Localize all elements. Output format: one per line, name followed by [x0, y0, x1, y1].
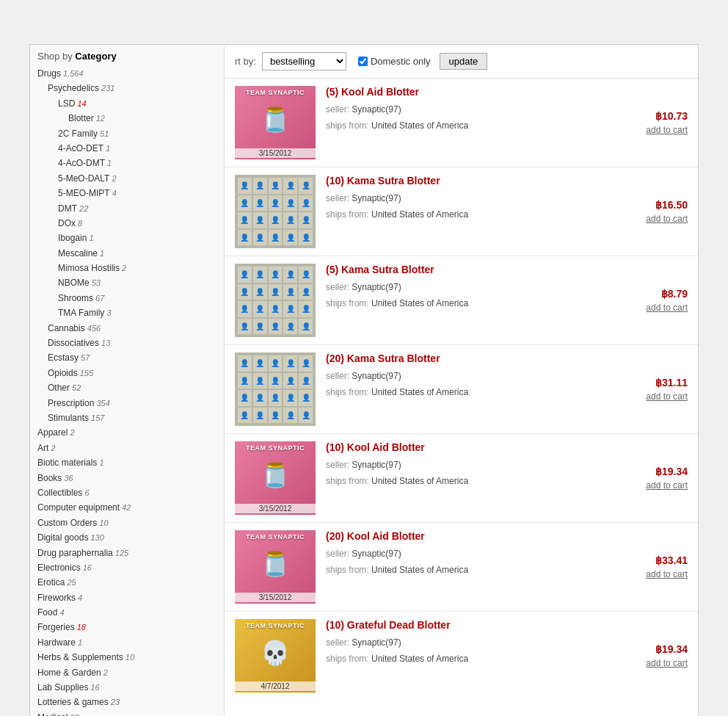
seller-name[interactable]: Synaptic(97) — [352, 104, 401, 115]
cat-item[interactable]: Drugs 1,564 — [37, 66, 216, 81]
cat-link[interactable]: 4-AcO-DMT — [58, 158, 105, 168]
cat-item[interactable]: Digital goods 130 — [37, 530, 216, 545]
cat-item[interactable]: Medical 23 — [37, 710, 216, 716]
cat-item[interactable]: Computer equipment 42 — [37, 500, 216, 515]
cat-link[interactable]: Dissociatives — [48, 338, 99, 348]
cat-item[interactable]: Shrooms 67 — [37, 291, 216, 305]
cat-item[interactable]: Art 2 — [37, 441, 216, 455]
product-title-link[interactable]: (5) Kama Sutra Blotter — [326, 264, 434, 275]
product-title[interactable]: (5) Kama Sutra Blotter — [326, 264, 604, 275]
cat-link[interactable]: Biotic materials — [37, 458, 97, 468]
cat-item[interactable]: TMA Family 3 — [37, 305, 216, 320]
cat-item[interactable]: Psychedelics 231 — [37, 81, 216, 95]
product-title-link[interactable]: (20) Kool Aid Blotter — [326, 530, 425, 542]
cat-item[interactable]: Home & Garden 2 — [37, 665, 216, 680]
cat-link[interactable]: Other — [48, 383, 70, 393]
cat-item[interactable]: 5-MeO-DALT 2 — [37, 171, 216, 186]
cat-link[interactable]: Custom Orders — [37, 518, 97, 528]
cat-link[interactable]: Cannabis — [48, 323, 85, 333]
product-title-link[interactable]: (10) Kama Sutra Blotter — [326, 175, 440, 187]
cat-link[interactable]: Home & Garden — [37, 668, 101, 678]
cat-link[interactable]: 5-MEO-MIPT — [58, 188, 110, 198]
add-to-cart-button[interactable]: add to cart — [646, 125, 688, 135]
cat-link[interactable]: Digital goods — [37, 532, 88, 543]
cat-link[interactable]: DOx — [58, 218, 76, 228]
cat-item[interactable]: Cannabis 456 — [37, 321, 216, 336]
cat-link[interactable]: DMT — [58, 203, 77, 214]
cat-item[interactable]: DMT 22 — [37, 201, 216, 216]
seller-name[interactable]: Synaptic(97) — [352, 371, 401, 381]
product-title[interactable]: (20) Kama Sutra Blotter — [326, 352, 604, 364]
cat-link[interactable]: Erotica — [37, 577, 65, 587]
add-to-cart-button[interactable]: add to cart — [646, 303, 688, 313]
product-title-link[interactable]: (10) Grateful Dead Blotter — [326, 619, 451, 631]
cat-link[interactable]: Opioids — [48, 368, 78, 378]
cat-link[interactable]: Apparel — [37, 427, 68, 438]
cat-item[interactable]: 4-AcO-DET 1 — [37, 141, 216, 156]
cat-link[interactable]: Stimulants — [48, 413, 89, 423]
cat-item[interactable]: 4-AcO-DMT 1 — [37, 156, 216, 170]
cat-item[interactable]: Lotteries & games 23 — [37, 695, 216, 709]
cat-item[interactable]: Prescription 354 — [37, 396, 216, 411]
cat-link[interactable]: Medical — [37, 712, 68, 716]
cat-link[interactable]: LSD — [58, 98, 75, 109]
cat-link[interactable]: Computer equipment — [37, 502, 120, 513]
product-title[interactable]: (10) Kama Sutra Blotter — [326, 175, 604, 187]
cat-link[interactable]: TMA Family — [58, 308, 104, 318]
cat-item[interactable]: Custom Orders 10 — [37, 516, 216, 530]
cat-item[interactable]: Books 36 — [37, 471, 216, 485]
update-button[interactable]: update — [440, 53, 488, 70]
seller-name[interactable]: Synaptic(97) — [352, 460, 401, 470]
cat-item[interactable]: Drug paraphernalia 125 — [37, 546, 216, 560]
cat-item[interactable]: Mescaline 1 — [37, 246, 216, 261]
cat-link[interactable]: Shrooms — [58, 293, 93, 303]
cat-item[interactable]: Fireworks 4 — [37, 590, 216, 605]
cat-item[interactable]: Forgeries 18 — [37, 620, 216, 634]
domestic-checkbox[interactable] — [358, 57, 368, 66]
product-title[interactable]: (20) Kool Aid Blotter — [326, 530, 604, 542]
cat-item[interactable]: Apparel 2 — [37, 425, 216, 440]
cat-item[interactable]: Biotic materials 1 — [37, 455, 216, 470]
cat-link[interactable]: Hardware — [37, 637, 76, 648]
product-title[interactable]: (5) Kool Aid Blotter — [326, 86, 604, 98]
cat-link[interactable]: Books — [37, 473, 62, 483]
cat-link[interactable]: Food — [37, 607, 57, 618]
cat-link[interactable]: Collectibles — [37, 488, 82, 498]
cat-item[interactable]: Hardware 1 — [37, 635, 216, 650]
product-title-link[interactable]: (5) Kool Aid Blotter — [326, 86, 419, 98]
cat-item[interactable]: Collectibles 6 — [37, 485, 216, 500]
cat-link[interactable]: Blotter — [68, 113, 94, 123]
cat-link[interactable]: NBOMe — [58, 278, 90, 288]
cat-item[interactable]: Dissociatives 13 — [37, 336, 216, 350]
cat-item[interactable]: Electronics 16 — [37, 560, 216, 575]
add-to-cart-button[interactable]: add to cart — [646, 569, 688, 579]
product-title[interactable]: (10) Grateful Dead Blotter — [326, 619, 604, 631]
cat-link[interactable]: Prescription — [48, 398, 94, 408]
cat-link[interactable]: 4-AcO-DET — [58, 143, 103, 153]
cat-item[interactable]: Food 4 — [37, 605, 216, 620]
sort-select[interactable]: bestsellingprice low-highprice high-lown… — [262, 52, 346, 70]
cat-item[interactable]: Erotica 25 — [37, 575, 216, 590]
cat-item[interactable]: Other 52 — [37, 380, 216, 395]
add-to-cart-button[interactable]: add to cart — [646, 391, 688, 402]
cat-link[interactable]: Forgeries — [37, 622, 75, 632]
cat-link[interactable]: Art — [37, 443, 48, 453]
cat-link[interactable]: Ecstasy — [48, 352, 79, 363]
cat-link[interactable]: Lab Supplies — [37, 682, 88, 693]
cat-link[interactable]: Drug paraphernalia — [37, 548, 113, 558]
cat-item[interactable]: Herbs & Supplements 10 — [37, 650, 216, 665]
cat-item[interactable]: DOx 8 — [37, 216, 216, 231]
cat-link[interactable]: 5-MeO-DALT — [58, 173, 109, 184]
cat-link[interactable]: Drugs — [37, 68, 61, 79]
seller-name[interactable]: Synaptic(97) — [352, 193, 401, 203]
seller-name[interactable]: Synaptic(97) — [352, 549, 401, 559]
cat-link[interactable]: 2C Family — [58, 129, 98, 139]
cat-link[interactable]: Mimosa Hostilis — [58, 263, 120, 273]
add-to-cart-button[interactable]: add to cart — [646, 658, 688, 668]
add-to-cart-button[interactable]: add to cart — [646, 214, 688, 224]
cat-item[interactable]: Mimosa Hostilis 2 — [37, 261, 216, 275]
cat-item[interactable]: Ibogain 1 — [37, 231, 216, 245]
cat-item[interactable]: 5-MEO-MIPT 4 — [37, 186, 216, 200]
cat-item[interactable]: NBOMe 53 — [37, 275, 216, 290]
cat-item[interactable]: Blotter 12 — [37, 111, 216, 126]
